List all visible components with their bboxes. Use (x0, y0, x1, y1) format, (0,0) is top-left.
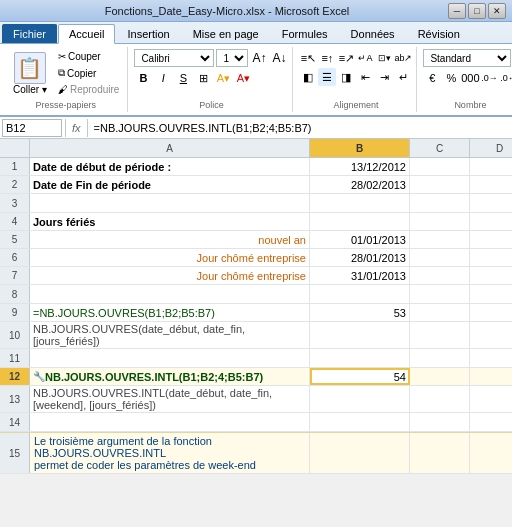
cell-d9[interactable] (470, 304, 512, 321)
cell-c8[interactable] (410, 285, 470, 303)
number-format-select[interactable]: Standard (423, 49, 511, 67)
font-color-button[interactable]: A▾ (234, 69, 252, 87)
tab-insertion[interactable]: Insertion (116, 24, 180, 43)
cell-d5[interactable] (470, 231, 512, 248)
italic-button[interactable]: I (154, 69, 172, 87)
col-header-b[interactable]: B (310, 139, 410, 157)
align-top-right-button[interactable]: ≡↗ (337, 49, 355, 67)
tab-mise-en-page[interactable]: Mise en page (182, 24, 270, 43)
cell-d3[interactable] (470, 194, 512, 212)
col-header-a[interactable]: A (30, 139, 310, 157)
cell-d13[interactable] (470, 386, 512, 412)
border-button[interactable]: ⊞ (194, 69, 212, 87)
cell-c12[interactable] (410, 368, 470, 385)
cell-d11[interactable] (470, 349, 512, 367)
tab-formules[interactable]: Formules (271, 24, 339, 43)
cell-d1[interactable] (470, 158, 512, 175)
minimize-button[interactable]: ─ (448, 3, 466, 19)
cell-d8[interactable] (470, 285, 512, 303)
tab-accueil[interactable]: Accueil (58, 24, 115, 44)
cell-c14[interactable] (410, 413, 470, 431)
cell-c3[interactable] (410, 194, 470, 212)
col-header-c[interactable]: C (410, 139, 470, 157)
bold-button[interactable]: B (134, 69, 152, 87)
indent-button[interactable]: ↵ (394, 68, 412, 86)
cell-a1[interactable]: Date de début de période : (30, 158, 310, 175)
font-name-select[interactable]: Calibri (134, 49, 214, 67)
cell-b8[interactable] (310, 285, 410, 303)
increase-decimal-button[interactable]: .0→ (480, 69, 498, 87)
cell-d6[interactable] (470, 249, 512, 266)
cell-c6[interactable] (410, 249, 470, 266)
cell-a2[interactable]: Date de Fin de période (30, 176, 310, 193)
cell-c4[interactable] (410, 213, 470, 230)
cell-b11[interactable] (310, 349, 410, 367)
cell-b2[interactable]: 28/02/2013 (310, 176, 410, 193)
font-size-select[interactable]: 12 (216, 49, 248, 67)
align-center-button[interactable]: ☰ (318, 68, 336, 86)
cell-c11[interactable] (410, 349, 470, 367)
cell-d2[interactable] (470, 176, 512, 193)
cell-reference-box[interactable]: B12 (2, 119, 62, 137)
cell-b13[interactable] (310, 386, 410, 412)
cell-b1[interactable]: 13/12/2012 (310, 158, 410, 175)
cut-button[interactable]: ✂ Couper (54, 49, 123, 64)
cell-a11[interactable] (30, 349, 310, 367)
cell-b10[interactable] (310, 322, 410, 348)
orientation-button[interactable]: ab↗ (394, 49, 412, 67)
decrease-decimal-button[interactable]: .0← (499, 69, 512, 87)
decrease-indent-button[interactable]: ⇤ (356, 68, 374, 86)
col-header-d[interactable]: D (470, 139, 512, 157)
cell-b7[interactable]: 31/01/2013 (310, 267, 410, 284)
cell-a6[interactable]: Jour chômé entreprise (30, 249, 310, 266)
cell-b9[interactable]: 53 (310, 304, 410, 321)
increase-font-button[interactable]: A↑ (250, 49, 268, 67)
formula-input[interactable] (91, 119, 510, 137)
cell-a9[interactable]: =NB.JOURS.OUVRES(B1;B2;B5:B7) (30, 304, 310, 321)
cell-a5[interactable]: nouvel an (30, 231, 310, 248)
cell-b6[interactable]: 28/01/2013 (310, 249, 410, 266)
align-right-button[interactable]: ◨ (337, 68, 355, 86)
cell-c5[interactable] (410, 231, 470, 248)
cell-a13[interactable]: NB.JOURS.OUVRES.INTL(date_début, date_fi… (30, 386, 310, 412)
cell-b15[interactable] (310, 433, 410, 473)
percent-button[interactable]: % (442, 69, 460, 87)
cell-a15[interactable]: Le troisième argument de la fonction NB.… (30, 433, 310, 473)
cell-d12[interactable] (470, 368, 512, 385)
align-left-button[interactable]: ◧ (299, 68, 317, 86)
thousands-button[interactable]: 000 (461, 69, 479, 87)
cell-b12[interactable]: 54 (310, 368, 410, 385)
merge-center-button[interactable]: ⊡▾ (375, 49, 393, 67)
cell-c10[interactable] (410, 322, 470, 348)
cell-c15[interactable] (410, 433, 470, 473)
cell-c7[interactable] (410, 267, 470, 284)
cell-b4[interactable] (310, 213, 410, 230)
cell-a8[interactable] (30, 285, 310, 303)
cell-d10[interactable] (470, 322, 512, 348)
format-painter-button[interactable]: 🖌 Reproduire (54, 82, 123, 97)
align-top-center-button[interactable]: ≡↑ (318, 49, 336, 67)
tab-revision[interactable]: Révision (407, 24, 471, 43)
cell-d14[interactable] (470, 413, 512, 431)
cell-c2[interactable] (410, 176, 470, 193)
fill-color-button[interactable]: A▾ (214, 69, 232, 87)
cell-b5[interactable]: 01/01/2013 (310, 231, 410, 248)
cell-a14[interactable] (30, 413, 310, 431)
cell-d15[interactable] (470, 433, 512, 473)
copy-button[interactable]: ⧉ Copier (54, 65, 123, 81)
paste-button[interactable]: 📋 Coller ▾ (8, 49, 52, 98)
cell-b3[interactable] (310, 194, 410, 212)
cell-b14[interactable] (310, 413, 410, 431)
cell-c9[interactable] (410, 304, 470, 321)
currency-button[interactable]: € (423, 69, 441, 87)
cell-a3[interactable] (30, 194, 310, 212)
underline-button[interactable]: S (174, 69, 192, 87)
tab-donnees[interactable]: Données (340, 24, 406, 43)
cell-a10[interactable]: NB.JOURS.OUVRES(date_début, date_fin, [j… (30, 322, 310, 348)
cell-c13[interactable] (410, 386, 470, 412)
wrap-text-button[interactable]: ↵A (356, 49, 374, 67)
tab-fichier[interactable]: Fichier (2, 24, 57, 43)
cell-a7[interactable]: Jour chômé entreprise (30, 267, 310, 284)
decrease-font-button[interactable]: A↓ (270, 49, 288, 67)
cell-c1[interactable] (410, 158, 470, 175)
